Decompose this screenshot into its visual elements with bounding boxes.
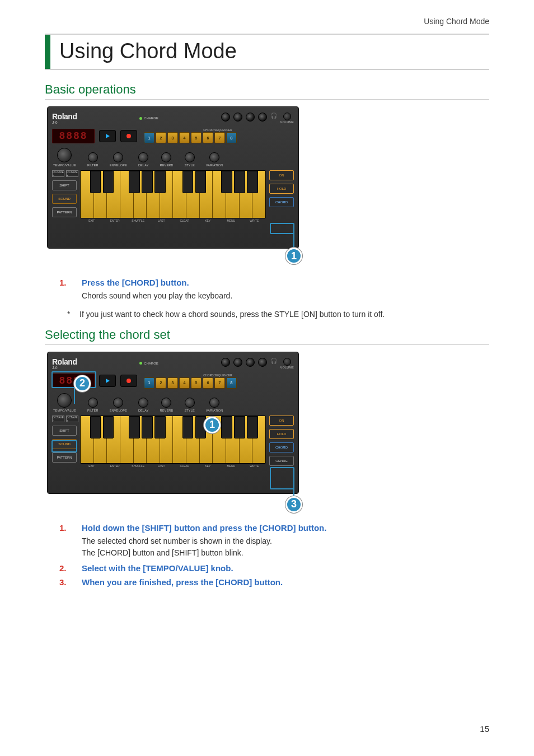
- page-title: Using Chord Mode: [50, 35, 246, 69]
- section2-step-2: 2. Select with the [TEMPO/VALUE] knob.: [59, 563, 489, 573]
- volume-label: VOLUME: [280, 366, 294, 369]
- variation-knob: [209, 152, 219, 162]
- jack-row: 🎧 VOLUME: [221, 113, 294, 124]
- running-head: Using Chord Mode: [45, 17, 489, 26]
- tempo-value-knob: [57, 393, 72, 408]
- section-basic-operations-heading: Basic operations: [45, 82, 489, 100]
- seq-step-4: 4: [179, 132, 190, 143]
- seq-step-5: 5: [191, 132, 202, 143]
- step-number: 1.: [59, 523, 82, 533]
- callout-2-line: [74, 388, 75, 404]
- page: Using Chord Mode Using Chord Mode Basic …: [0, 0, 534, 756]
- play-button: [99, 375, 116, 387]
- delay-label: DELAY: [138, 164, 149, 167]
- charge-label: CHARGE: [144, 362, 158, 365]
- seq-step-8: 8: [226, 132, 237, 143]
- brand-logo: Roland: [52, 357, 77, 366]
- keyboard: [80, 416, 266, 464]
- jack-mix-out: [258, 113, 267, 122]
- step-text: When you are finished, press the [CHORD]…: [82, 577, 283, 587]
- sound-button: SOUND: [52, 194, 77, 204]
- seq-step-5: 5: [191, 377, 202, 389]
- jack-mix-in: [246, 358, 255, 367]
- chord-button: CHORD: [269, 442, 294, 452]
- reverb-label: REVERB: [160, 409, 174, 412]
- keyboard: [80, 170, 266, 218]
- delay-knob: [138, 398, 148, 408]
- model-label: J-6: [52, 120, 77, 124]
- sequencer-title: CHORD SEQUENCER: [142, 128, 294, 132]
- step-number: 1.: [59, 278, 82, 287]
- volume-knob: [283, 358, 291, 366]
- headphone-icon: 🎧: [270, 113, 277, 119]
- style-label: STYLE: [184, 409, 194, 412]
- step-number: 2.: [59, 563, 82, 573]
- under-key-labels: EXITENTERSHUFFLELASTCLEARKEYMENUWRITE: [80, 219, 266, 222]
- envelope-knob: [113, 398, 123, 408]
- seq-step-8: 8: [226, 377, 237, 389]
- step-text: Select with the [TEMPO/VALUE] knob.: [82, 563, 233, 573]
- callout-2: 2: [74, 375, 91, 392]
- charge-indicator: CHARGE: [139, 116, 158, 120]
- section1-step-1: 1. Press the [CHORD] button.: [59, 278, 489, 287]
- delay-label: DELAY: [138, 409, 149, 412]
- section2-step-3: 3. When you are finished, press the [CHO…: [59, 577, 489, 587]
- envelope-label: ENVELOPE: [110, 409, 127, 412]
- charge-led-icon: [139, 117, 142, 120]
- filter-label: FILTER: [87, 409, 99, 412]
- reverb-knob: [161, 398, 171, 408]
- style-knob: [185, 398, 195, 408]
- segment-display: 8888: [52, 129, 95, 143]
- model-label: J-6: [52, 366, 77, 370]
- sound-button: SOUND: [52, 439, 77, 449]
- charge-label: CHARGE: [144, 116, 158, 120]
- segment-display-value: 8888: [59, 130, 87, 142]
- variation-label: VARIATION: [206, 164, 223, 167]
- step-number: 3.: [59, 577, 82, 587]
- octave-plus-button: OCTAVE +: [66, 170, 78, 177]
- hold-button: HOLD: [269, 429, 294, 439]
- style-label: STYLE: [184, 164, 194, 167]
- section1-step-1-body: Chords sound when you play the keyboard.: [82, 291, 489, 302]
- tempo-label: TEMPO/VALUE: [53, 164, 76, 167]
- chord-button: CHORD: [269, 197, 294, 207]
- device-figure-1: Roland J-6 CHARGE 🎧 VOLUME: [47, 106, 316, 268]
- jack-sync-in: [221, 113, 230, 122]
- filter-label: FILTER: [87, 164, 99, 167]
- sequencer-steps: 1 2 3 4 5 6 7 8: [144, 132, 294, 143]
- hold-button: HOLD: [269, 184, 294, 194]
- shift-button: SHIFT: [52, 426, 77, 436]
- jack-sync-in: [221, 358, 230, 367]
- seq-step-1: 1: [144, 132, 154, 143]
- reverb-knob: [161, 152, 171, 162]
- headphone-icon: 🎧: [270, 358, 277, 364]
- play-button: [99, 130, 116, 142]
- jack-sync-out: [233, 358, 242, 367]
- section1-note: *If you just want to check how a chord s…: [67, 310, 489, 319]
- section2-step-1-body-1: The selected chord set number is shown i…: [82, 536, 489, 547]
- section2-step-1: 1. Hold down the [SHIFT] button and pres…: [59, 523, 489, 533]
- title-bar: Using Chord Mode: [45, 34, 489, 70]
- genre-button: GENRE: [269, 456, 294, 466]
- brand-logo: Roland: [52, 112, 77, 121]
- device-panel: RolandJ-6 CHARGE 🎧 VOLUME 8888 CHORD SEQ…: [47, 352, 299, 494]
- shift-button: SHIFT: [52, 180, 77, 190]
- pattern-button: PATTERN: [52, 207, 77, 217]
- section2-step-1-body-2: The [CHORD] button and [SHIFT] button bl…: [82, 548, 489, 559]
- volume-label: VOLUME: [280, 120, 294, 124]
- seq-step-7: 7: [214, 377, 225, 389]
- variation-label: VARIATION: [206, 409, 223, 412]
- octave-minus-button: OCTAVE −: [52, 416, 64, 422]
- variation-knob: [209, 398, 219, 408]
- charge-led-icon: [139, 362, 142, 365]
- record-button: [120, 375, 137, 387]
- section1-note-text: If you just want to check how a chord so…: [79, 310, 385, 319]
- jack-sync-out: [233, 113, 242, 122]
- callout-1b: 1: [204, 417, 221, 433]
- reverb-label: REVERB: [160, 164, 174, 167]
- tempo-value-knob: [57, 148, 72, 162]
- seq-step-7: 7: [214, 132, 225, 143]
- volume-knob: [283, 113, 291, 120]
- seq-step-6: 6: [203, 377, 213, 389]
- seq-step-6: 6: [203, 132, 213, 143]
